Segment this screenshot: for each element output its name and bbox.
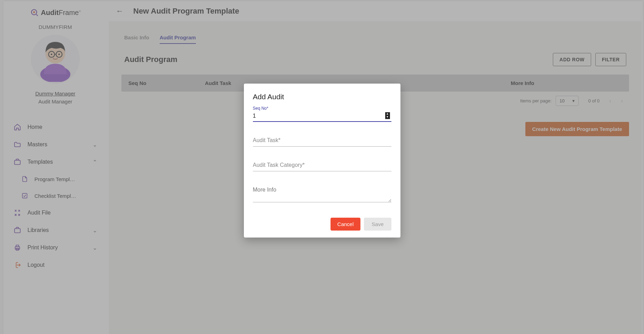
number-spinner[interactable]: ▲ ▼	[385, 112, 390, 119]
add-audit-modal: Add Audit Seq No* ▲ ▼ Cancel Save	[244, 84, 400, 238]
save-button[interactable]: Save	[364, 218, 391, 231]
audit-task-category-field	[253, 157, 391, 171]
seq-no-label: Seq No*	[253, 106, 391, 111]
modal-overlay[interactable]: Add Audit Seq No* ▲ ▼ Cancel Save	[0, 0, 644, 334]
audit-task-field	[253, 132, 391, 147]
modal-title: Add Audit	[253, 93, 391, 101]
more-info-field	[253, 182, 391, 204]
seq-no-field: Seq No* ▲ ▼	[253, 106, 391, 122]
more-info-textarea[interactable]	[253, 182, 391, 202]
seq-no-input[interactable]	[253, 111, 391, 122]
audit-task-category-input[interactable]	[253, 157, 391, 171]
cancel-button[interactable]: Cancel	[331, 218, 361, 231]
spinner-down-icon[interactable]: ▼	[385, 116, 390, 119]
audit-task-input[interactable]	[253, 132, 391, 147]
